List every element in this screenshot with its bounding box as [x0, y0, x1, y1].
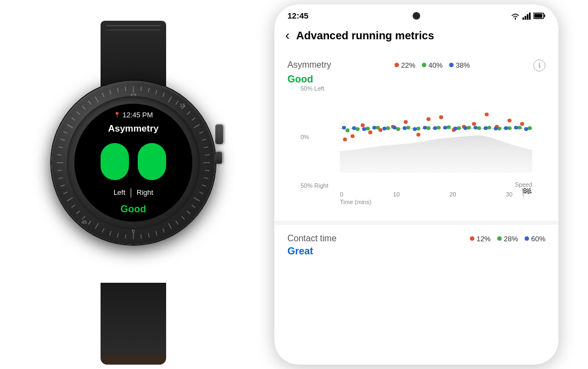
ct-dot-blue — [525, 236, 529, 241]
watch-right-label: Right — [137, 188, 153, 197]
svg-point-82 — [426, 117, 430, 121]
dot-orange — [395, 63, 399, 67]
svg-point-115 — [392, 126, 396, 129]
chart-svg — [340, 85, 532, 172]
svg-point-109 — [528, 126, 532, 130]
svg-point-87 — [485, 112, 489, 116]
watch-indicator-right — [138, 143, 166, 180]
phone-camera — [413, 12, 420, 20]
svg-rect-72 — [534, 14, 543, 17]
svg-line-49 — [63, 132, 67, 133]
phone-screen: 12:45 — [274, 4, 558, 365]
svg-line-16 — [205, 170, 209, 171]
chart-y-labels: 50% Left 0% 50% Right — [301, 85, 339, 189]
svg-line-21 — [192, 205, 195, 208]
svg-point-92 — [356, 127, 360, 131]
band-top — [101, 21, 166, 86]
svg-line-34 — [102, 229, 104, 233]
svg-line-27 — [156, 231, 157, 236]
watch-wrapper: 12 3 6 9 15 45 📍 12:45 PM — [40, 81, 226, 288]
svg-point-111 — [352, 126, 356, 130]
svg-line-48 — [61, 139, 65, 140]
ct-dot-value-3: 60% — [531, 235, 545, 243]
svg-line-29 — [141, 234, 142, 239]
svg-point-120 — [443, 126, 447, 129]
chart-x-labels: 0 10 20 30 — [340, 191, 513, 198]
contact-time-header: Contact time 12% 28% — [287, 234, 545, 243]
x-label-10: 10 — [393, 191, 399, 198]
svg-point-106 — [497, 127, 501, 130]
svg-point-90 — [520, 122, 524, 126]
svg-point-123 — [474, 126, 478, 129]
svg-line-3 — [156, 90, 157, 94]
svg-rect-68 — [527, 14, 528, 20]
svg-line-20 — [194, 198, 199, 201]
status-bar: 12:45 — [274, 4, 558, 23]
watch-labels: Left | Right — [114, 187, 154, 198]
svg-point-128 — [524, 127, 528, 131]
chart-end-icon: 🏁 — [521, 187, 532, 198]
watch-screen: 📍 12:45 PM Asymmetry Left | Right Good — [74, 104, 192, 222]
ct-dot-item-1: 12% — [470, 235, 491, 243]
chart-area: 50% Left 0% 50% Right — [301, 85, 532, 205]
dot-item-1: 22% — [395, 61, 415, 69]
battery-icon — [533, 13, 545, 19]
asymmetry-status: Good — [287, 74, 545, 85]
x-label-0: 0 — [340, 191, 343, 198]
asymmetry-title: Asymmetry — [287, 60, 331, 70]
watch-divider: | — [130, 187, 132, 198]
contact-time-status: Great — [287, 246, 545, 257]
back-button[interactable]: ‹ — [285, 28, 290, 43]
y-label-mid: 0% — [301, 134, 339, 140]
svg-point-114 — [383, 127, 386, 130]
info-button[interactable]: ℹ — [533, 59, 545, 72]
svg-line-18 — [202, 185, 207, 186]
svg-line-12 — [202, 139, 207, 140]
watch-status: Good — [121, 204, 146, 215]
svg-line-38 — [77, 211, 80, 213]
svg-point-77 — [368, 130, 372, 134]
watch-side-button — [215, 152, 222, 164]
svg-text:45: 45 — [81, 219, 87, 225]
svg-point-86 — [472, 122, 476, 126]
svg-line-43 — [58, 177, 63, 178]
dot-item-2: 40% — [422, 61, 443, 69]
svg-point-99 — [426, 126, 430, 130]
svg-point-110 — [342, 126, 346, 129]
svg-rect-69 — [529, 13, 531, 20]
svg-line-10 — [194, 124, 199, 128]
svg-point-101 — [446, 126, 450, 129]
asymmetry-section: Asymmetry 22% 40% — [274, 50, 558, 221]
svg-line-39 — [72, 205, 75, 208]
svg-line-42 — [61, 185, 65, 186]
svg-rect-66 — [522, 17, 524, 20]
y-label-top: 50% Left — [301, 85, 339, 92]
ct-dot-value-2: 28% — [504, 235, 518, 243]
ct-dot-orange — [470, 236, 474, 241]
watch-title: Asymmetry — [108, 123, 159, 134]
ct-dot-item-3: 60% — [525, 235, 545, 243]
svg-point-81 — [416, 133, 420, 136]
svg-line-9 — [192, 118, 195, 121]
svg-point-107 — [508, 126, 511, 130]
svg-line-6 — [176, 101, 179, 104]
svg-line-14 — [205, 154, 209, 155]
svg-point-97 — [406, 126, 410, 129]
svg-point-98 — [416, 127, 420, 130]
svg-line-47 — [58, 147, 63, 148]
content-area: Asymmetry 22% 40% — [274, 50, 558, 365]
watch-body: 12 3 6 9 15 45 📍 12:45 PM — [51, 81, 215, 245]
svg-point-80 — [404, 120, 408, 124]
watch-side: 12 3 6 9 15 45 📍 12:45 PM — [19, 10, 248, 359]
svg-line-44 — [57, 170, 62, 171]
svg-line-5 — [168, 97, 172, 102]
phone-body: 12:45 — [274, 4, 558, 365]
x-label-30: 30 — [506, 191, 513, 198]
svg-point-119 — [433, 126, 437, 130]
y-label-bot: 50% Right — [301, 182, 339, 189]
svg-point-83 — [439, 115, 443, 119]
dot-green — [422, 63, 426, 67]
svg-point-102 — [457, 126, 461, 130]
svg-point-100 — [437, 126, 440, 129]
watch-indicators — [101, 143, 166, 180]
